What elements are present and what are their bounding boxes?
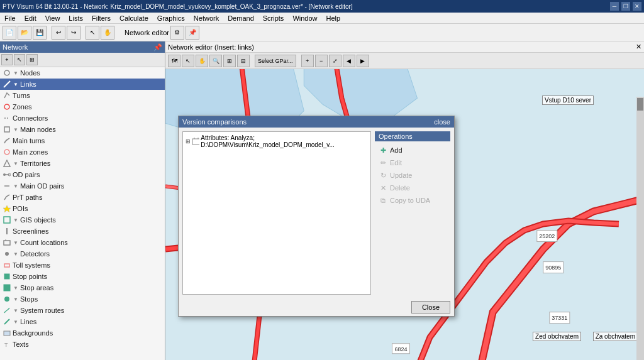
sidebar-item-main-zones[interactable]: Main zones bbox=[0, 146, 165, 158]
editor-pin-btn[interactable]: 📌 bbox=[186, 26, 199, 40]
sidebar-item-stop-points[interactable]: Stop points bbox=[0, 271, 165, 282]
sidebar-item-zones[interactable]: Zones bbox=[0, 101, 165, 112]
svg-rect-17 bbox=[4, 264, 9, 267]
pointer-mode-btn[interactable]: ↖ bbox=[14, 54, 25, 65]
sidebar-item-main-od-pairs[interactable]: ▼ Main OD pairs bbox=[0, 180, 165, 192]
tree-root-item[interactable]: ⊞ Attributes: Analyza; D:\DOPM\Visum\Kri… bbox=[186, 134, 368, 148]
sidebar-item-screenlines[interactable]: Screenlines bbox=[0, 226, 165, 237]
map-tool-4[interactable]: 🔍 bbox=[209, 55, 222, 67]
minimize-button[interactable]: ─ bbox=[610, 2, 619, 11]
ops-edit-button[interactable]: ✏ Edit bbox=[375, 156, 450, 169]
pointer-btn[interactable]: ↖ bbox=[86, 26, 99, 40]
svg-marker-6 bbox=[4, 160, 10, 166]
nodes-icon bbox=[3, 68, 11, 77]
sidebar-item-toll-systems[interactable]: Toll systems bbox=[0, 259, 165, 271]
menu-edit[interactable]: Edit bbox=[23, 14, 38, 22]
network-panel-pin[interactable]: 📌 bbox=[153, 43, 162, 52]
scroll-bar[interactable] bbox=[636, 97, 644, 360]
menu-graphics[interactable]: Graphics bbox=[155, 14, 187, 22]
ops-add-button[interactable]: ✚ Add bbox=[375, 144, 450, 156]
sidebar-item-stops[interactable]: ▼ Stops bbox=[0, 293, 165, 305]
redo-btn[interactable]: ↪ bbox=[67, 26, 80, 40]
map-toolbar: 🗺 ↖ ✋ 🔍 ⊞ ⊟ Select GPar... + − ⤢ ◀ ▶ bbox=[165, 53, 644, 69]
territories-label: Territories bbox=[20, 160, 162, 167]
svg-rect-22 bbox=[4, 331, 10, 335]
sidebar-item-detectors[interactable]: ▼ Detectors bbox=[0, 248, 165, 259]
select-gpar-btn[interactable]: Select GPar... bbox=[255, 55, 296, 67]
open-btn[interactable]: 📂 bbox=[18, 26, 31, 40]
menu-scripts[interactable]: Scripts bbox=[261, 14, 286, 22]
multi-select-btn[interactable]: ⊞ bbox=[26, 54, 38, 65]
map-tool-next[interactable]: ▶ bbox=[357, 55, 369, 67]
map-tool-zoom-out[interactable]: − bbox=[315, 55, 328, 67]
map-tool-prev[interactable]: ◀ bbox=[343, 55, 355, 67]
map-close-icon[interactable]: ✕ bbox=[636, 43, 641, 51]
svg-marker-11 bbox=[3, 205, 11, 212]
close-button[interactable]: ✕ bbox=[633, 2, 641, 11]
version-comparison-dialog[interactable]: Version comparisons close ⊞ bbox=[178, 116, 455, 317]
svg-text:25202: 25202 bbox=[539, 233, 555, 239]
menu-lists[interactable]: Lists bbox=[67, 14, 85, 22]
sidebar-item-prt-paths[interactable]: PrT paths bbox=[0, 192, 165, 203]
map-label-zed: Zed obchvatem bbox=[533, 332, 581, 341]
map-tool-1[interactable]: 🗺 bbox=[168, 55, 180, 67]
add-item-btn[interactable]: + bbox=[1, 54, 13, 65]
dialog-close-btn[interactable]: Close bbox=[411, 301, 450, 314]
screenlines-icon bbox=[3, 227, 11, 236]
map-tool-6[interactable]: ⊟ bbox=[237, 55, 250, 67]
sidebar-item-od-pairs[interactable]: OD pairs bbox=[0, 169, 165, 180]
save-btn[interactable]: 💾 bbox=[33, 26, 47, 40]
menu-view[interactable]: View bbox=[43, 14, 62, 22]
stop-areas-icon bbox=[3, 283, 11, 292]
ops-delete-button[interactable]: ✕ Delete bbox=[375, 182, 450, 194]
od-pairs-label: OD pairs bbox=[13, 171, 162, 178]
sidebar-item-system-routes[interactable]: ▼ System routes bbox=[0, 305, 165, 316]
main-zones-label: Main zones bbox=[13, 148, 162, 156]
delete-icon: ✕ bbox=[379, 183, 387, 192]
stop-points-icon bbox=[3, 272, 11, 281]
map-tool-3[interactable]: ✋ bbox=[196, 55, 208, 67]
map-tool-zoom-fit[interactable]: ⤢ bbox=[329, 55, 341, 67]
menu-calculate[interactable]: Calculate bbox=[118, 14, 150, 22]
backgrounds-icon bbox=[3, 329, 11, 337]
menu-window[interactable]: Window bbox=[291, 14, 319, 22]
sidebar-item-links[interactable]: ▼ Links bbox=[0, 79, 165, 90]
svg-line-1 bbox=[4, 81, 10, 87]
menu-network[interactable]: Network bbox=[192, 14, 221, 22]
scroll-thumb bbox=[637, 98, 643, 111]
map-tool-5[interactable]: ⊞ bbox=[223, 55, 236, 67]
sidebar-item-pois[interactable]: POIs bbox=[0, 203, 165, 214]
map-tool-2[interactable]: ↖ bbox=[182, 55, 194, 67]
sidebar-item-main-turns[interactable]: Main turns bbox=[0, 135, 165, 146]
pan-btn[interactable]: ✋ bbox=[101, 26, 114, 40]
zones-icon bbox=[3, 102, 11, 111]
editor-config-btn[interactable]: ⚙ bbox=[170, 26, 184, 40]
sidebar-item-turns[interactable]: Turns bbox=[0, 90, 165, 101]
ops-copy-to-uda-button[interactable]: ⧉ Copy to UDA bbox=[375, 194, 450, 207]
sidebar-item-main-nodes[interactable]: ▼ Main nodes bbox=[0, 124, 165, 135]
menu-demand[interactable]: Demand bbox=[226, 14, 256, 22]
dialog-close-button[interactable]: close bbox=[434, 118, 450, 126]
menu-help[interactable]: Help bbox=[325, 14, 343, 22]
main-od-pairs-icon bbox=[3, 182, 11, 190]
sidebar-item-nodes[interactable]: ▼ Nodes bbox=[0, 67, 165, 79]
dialog-tree[interactable]: ⊞ Attributes: Analyza; D:\DOPM\Visum\Kri… bbox=[182, 131, 371, 295]
menu-file[interactable]: File bbox=[3, 14, 18, 22]
ops-update-button[interactable]: ↻ Update bbox=[375, 169, 450, 182]
sidebar-item-stop-areas[interactable]: ▼ Stop areas bbox=[0, 282, 165, 293]
dialog-footer: Close bbox=[179, 298, 454, 316]
map-tool-zoom-in[interactable]: + bbox=[301, 55, 314, 67]
main-turns-label: Main turns bbox=[13, 137, 162, 145]
sidebar-item-connectors[interactable]: Connectors bbox=[0, 112, 165, 124]
new-btn[interactable]: 📄 bbox=[3, 26, 16, 40]
sidebar-item-texts[interactable]: T Texts bbox=[0, 339, 165, 350]
sidebar-item-count-locations[interactable]: ▼ Count locations bbox=[0, 237, 165, 248]
svg-text:90895: 90895 bbox=[545, 265, 561, 271]
menu-filters[interactable]: Filters bbox=[90, 14, 113, 22]
sidebar-item-backgrounds[interactable]: Backgrounds bbox=[0, 327, 165, 339]
restore-button[interactable]: ❐ bbox=[621, 2, 630, 11]
sidebar-item-lines[interactable]: ▼ Lines bbox=[0, 316, 165, 327]
undo-btn[interactable]: ↩ bbox=[52, 26, 65, 40]
sidebar-item-gis-objects[interactable]: ▼ GIS objects bbox=[0, 214, 165, 226]
sidebar-item-territories[interactable]: ▼ Territories bbox=[0, 158, 165, 169]
